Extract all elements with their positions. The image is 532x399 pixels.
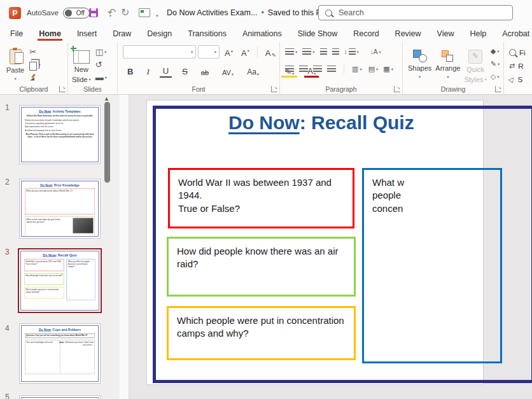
underline-button[interactable]: U [160,64,172,78]
tab-draw[interactable]: Draw [111,27,132,41]
save-icon[interactable] [89,8,98,17]
slide-canvas[interactable]: Do Now: Recall Quiz World War II was bet… [146,100,484,385]
slide-title[interactable]: Do Now: Recall Quiz [228,112,414,134]
strikethrough-button[interactable]: S [179,64,191,77]
paste-button[interactable]: Paste ▾ [6,45,24,81]
slide-1-thumbnail[interactable]: Do Now: Activity Templates Utilise Do No… [19,105,101,164]
tab-acrobat[interactable]: Acrobat [501,27,531,41]
paste-label: Paste [6,66,24,74]
shape-outline-button[interactable]: ✎▾ [491,58,500,70]
question-box-red[interactable]: World War II was between 1937 and 1944. … [168,168,354,228]
slide-3-thumbnail-selected[interactable]: Do Now: Recall Quiz World War 2 was betw… [18,248,102,313]
undo-chevron-icon[interactable]: ▾ [109,13,111,18]
search-bar[interactable] [318,5,513,20]
bullets-icon [285,48,294,55]
text-direction-icon: ↓A [370,49,378,55]
autosave-toggle[interactable]: Off [63,8,90,18]
customize-qat-chevron-icon[interactable]: ▾ [156,13,158,18]
shape-effects-icon: ◇ [491,73,496,80]
clipboard-dialog-launcher[interactable]: ↘ [59,86,66,92]
paragraph-dialog-launcher[interactable]: ↘ [394,86,400,92]
question-box-blue[interactable]: What w people concen [362,168,502,363]
slide-1-bullet-4: A settled and engaging start to each les… [25,129,95,132]
slide-2-photo [73,218,94,234]
panel-scrollbar-thumb[interactable] [104,102,110,183]
shape-effects-button[interactable]: ◇▾ [491,71,500,83]
powerpoint-app-icon[interactable]: P [9,7,21,19]
copy-button[interactable]: ▾ [29,59,40,71]
select-button[interactable]: ▷S [509,73,532,85]
font-size-combobox[interactable]: ▾ [198,45,220,59]
find-button[interactable]: Fi [509,46,532,59]
decrease-indent-button[interactable] [320,46,327,58]
tab-view[interactable]: View [436,27,456,41]
tab-transitions[interactable]: Transitions [186,27,228,41]
arrange-button[interactable]: Arrange ▾ [435,45,460,79]
search-input[interactable] [337,8,506,18]
slide-3-number: 3 [5,248,10,256]
layout-button[interactable]: ◫▾ [95,46,107,58]
copy-chevron-icon[interactable]: ▾ [38,62,40,67]
font-dialog-launcher[interactable]: ↘ [271,86,277,92]
format-painter-button[interactable] [29,71,40,83]
line-spacing-button[interactable]: ↕▾ [344,46,359,58]
bold-button[interactable]: B [124,64,136,77]
question-box-yellow[interactable]: Which people were put in concentration c… [167,306,356,360]
slide-1-bullet-1: Enhanced assessment of pupils' knowledge… [25,119,95,122]
align-right-icon [313,66,322,73]
justify-button[interactable] [327,63,336,75]
shapes-button[interactable]: Shapes ▾ [408,45,431,79]
align-right-button[interactable] [313,63,322,75]
change-case-button[interactable]: Aa▾ [244,64,262,77]
replace-label: R [518,62,523,70]
section-button[interactable]: ▬▾ [95,71,107,83]
tab-review[interactable]: Review [394,27,423,41]
panel-scroll-up-icon[interactable]: ▲ [104,95,109,102]
tab-insert[interactable]: Insert [76,27,98,41]
slide-4-thumbnail[interactable]: Do Now: Cops and Robbers Question: Can y… [19,323,101,384]
align-center-button[interactable] [299,63,308,75]
tab-animations[interactable]: Animations [241,27,283,41]
question-box-green[interactable]: How did people know there was an air rai… [167,237,356,297]
shape-fill-button[interactable]: ◆▾ [491,45,500,57]
reset-button[interactable]: ↺ [95,59,107,71]
cut-button[interactable]: ✂ [29,46,40,58]
tab-record[interactable]: Record [352,27,380,41]
align-text-button[interactable]: ▤▾ [368,63,379,75]
columns-button[interactable]: ▥▾ [352,63,362,75]
replace-button[interactable]: ⇄R [509,60,532,72]
paste-chevron-icon[interactable]: ▾ [14,76,16,81]
slide-2-thumbnail[interactable]: Do Now: Prior Knowledge What do you alre… [19,179,101,239]
character-spacing-button[interactable]: AV▾ [219,64,237,77]
drawing-group-label: Drawing [403,85,503,93]
slide-5-thumbnail[interactable] [19,395,101,399]
decrease-font-size-button[interactable]: A▾ [238,46,253,59]
tab-file[interactable]: File [9,27,24,41]
align-left-button[interactable] [285,63,294,75]
slide-1-footer: Best Practice: Pick a style of Do Now ac… [25,133,95,138]
numbering-button[interactable]: ▾ [302,46,314,58]
slide-3-box-red: World War 2 was between 1937 and 1944. T… [24,259,64,271]
bullets-button[interactable]: ▾ [285,46,297,58]
start-slideshow-icon[interactable] [139,8,150,17]
font-name-combobox[interactable]: ▾ [123,45,196,59]
tab-slide-show[interactable]: Slide Show [297,27,339,41]
convert-to-smartart-button[interactable]: ▦▾ [383,63,393,75]
drawing-dialog-launcher[interactable]: ↘ [495,86,501,92]
strikethrough-ab-button[interactable]: ab [198,64,212,77]
new-slide-button[interactable]: New Slide▾ [72,46,91,83]
clear-formatting-button[interactable]: A✎ [262,46,279,59]
tab-help[interactable]: Help [468,27,487,41]
increase-indent-button[interactable] [332,46,339,58]
tab-design[interactable]: Design [146,27,173,41]
document-title[interactable]: Do Now Activities Exam... • Saved to thi… [167,0,332,25]
text-direction-button[interactable]: ↓A▾ [370,46,381,58]
quick-styles-button[interactable]: ✎ Quick Styles▾ [464,45,486,83]
tab-home[interactable]: Home [38,27,62,41]
panel-resizer[interactable] [120,95,129,399]
redo-icon[interactable]: ↻ [121,8,129,18]
slide-3-box-green: How did people know there was an air rai… [24,274,64,285]
increase-font-size-button[interactable]: A▴ [221,46,236,59]
increase-font-caret-icon: ▴ [231,48,233,53]
italic-button[interactable]: I [143,64,152,77]
